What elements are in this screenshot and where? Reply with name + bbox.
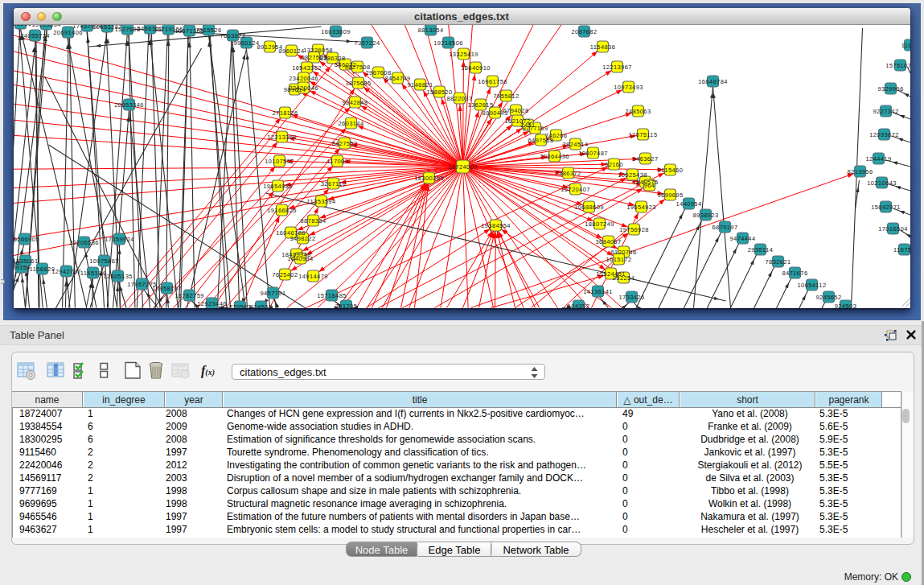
svg-text:23420046: 23420046	[289, 75, 318, 82]
svg-text:8471676: 8471676	[782, 270, 807, 277]
svg-text:13325419: 13325419	[449, 51, 478, 58]
svg-text:11171: 11171	[901, 42, 910, 49]
svg-text:8213956: 8213956	[847, 168, 873, 175]
svg-text:12213369: 12213369	[267, 134, 297, 141]
svg-text:1440954: 1440954	[676, 200, 701, 208]
svg-text:9242848: 9242848	[342, 99, 368, 106]
svg-text:741205: 741205	[335, 303, 356, 308]
svg-text:9245652: 9245652	[815, 294, 841, 301]
svg-text:3875685: 3875685	[345, 80, 371, 87]
svg-text:20691406: 20691406	[53, 29, 83, 36]
svg-text:20206536: 20206536	[69, 239, 99, 246]
svg-text:12213967: 12213967	[602, 64, 632, 71]
svg-text:16782759: 16782759	[175, 292, 204, 299]
svg-text:8938923: 8938923	[692, 212, 718, 219]
svg-text:14914479: 14914479	[298, 273, 328, 280]
svg-text:10973493: 10973493	[614, 84, 643, 91]
svg-text:9146821: 9146821	[407, 81, 433, 89]
svg-text:16033809: 16033809	[321, 28, 351, 35]
svg-text:1733426: 1733426	[618, 294, 644, 301]
svg-text:19384554: 19384554	[481, 222, 511, 229]
svg-text:16543362: 16543362	[292, 64, 322, 72]
svg-text:39154: 39154	[14, 264, 31, 271]
svg-text:1640994: 1640994	[287, 255, 313, 262]
svg-text:746266: 746266	[544, 132, 566, 139]
svg-text:9960124: 9960124	[233, 39, 259, 47]
svg-text:20053346: 20053346	[114, 101, 144, 109]
svg-text:18807249: 18807249	[585, 220, 614, 228]
svg-text:10210643: 10210643	[867, 179, 897, 187]
svg-text:1145194: 1145194	[80, 270, 105, 277]
svg-text:15751074: 15751074	[885, 62, 910, 69]
svg-text:12975115: 12975115	[628, 131, 657, 138]
svg-text:f(x): f(x)	[201, 364, 215, 378]
svg-text:116753: 116753	[893, 246, 910, 253]
svg-text:19654985: 19654985	[263, 183, 293, 190]
svg-text:1615172: 1615172	[606, 256, 631, 263]
svg-text:24055724: 24055724	[20, 32, 50, 39]
svg-text:9457791: 9457791	[260, 290, 285, 297]
svg-text:1362615: 1362615	[467, 101, 493, 109]
svg-text:7955812: 7955812	[493, 93, 519, 100]
svg-text:7832621: 7832621	[765, 258, 791, 266]
svg-text:19654923: 19654923	[626, 204, 656, 211]
svg-text:17359924: 17359924	[105, 236, 134, 243]
svg-text:7485063: 7485063	[625, 108, 651, 115]
svg-text:7386372: 7386372	[555, 170, 581, 177]
svg-text:18300295: 18300295	[414, 175, 444, 182]
svg-text:9115460: 9115460	[657, 167, 682, 174]
svg-text:16648784: 16648784	[698, 78, 728, 85]
svg-text:12505135: 12505135	[103, 273, 133, 280]
svg-text:964: 964	[643, 182, 655, 189]
svg-text:26266905: 26266905	[14, 236, 39, 243]
svg-text:16961758: 16961758	[478, 78, 507, 85]
svg-text:7625402: 7625402	[272, 271, 298, 278]
svg-text:10654112: 10654112	[797, 282, 826, 289]
svg-text:15692971: 15692971	[871, 204, 901, 211]
svg-text:9699695: 9699695	[657, 192, 683, 199]
svg-text:3824514: 3824514	[562, 141, 588, 148]
svg-text:9227342: 9227342	[873, 108, 898, 115]
svg-text:2718126: 2718126	[272, 109, 298, 117]
svg-text:8427552: 8427552	[331, 140, 357, 147]
svg-text:870563: 870563	[228, 303, 250, 308]
svg-text:7357224: 7357224	[354, 39, 380, 47]
svg-text:11353594: 11353594	[306, 198, 335, 205]
svg-text:15720407: 15720407	[561, 186, 590, 193]
svg-text:10807487: 10807487	[578, 150, 608, 157]
svg-text:7515526: 7515526	[195, 27, 221, 34]
svg-text:104352: 104352	[567, 303, 589, 308]
svg-text:3684067: 3684067	[595, 238, 621, 245]
svg-text:252254: 252254	[612, 274, 634, 282]
svg-text:7663822: 7663822	[220, 32, 245, 39]
svg-text:9463627: 9463627	[632, 155, 658, 163]
svg-text:10958167: 10958167	[152, 285, 182, 292]
svg-text:2603144: 2603144	[338, 120, 363, 127]
svg-text:12093872: 12093872	[869, 131, 899, 138]
svg-text:1154836: 1154836	[589, 43, 614, 51]
svg-text:19166825: 19166825	[267, 207, 297, 214]
svg-text:12923446: 12923446	[197, 300, 227, 307]
svg-text:2935114: 2935114	[747, 246, 772, 253]
svg-text:18724007: 18724007	[448, 163, 478, 171]
svg-text:8878334: 8878334	[300, 217, 326, 225]
svg-text:13226058: 13226058	[303, 47, 333, 54]
svg-text:16640910: 16640910	[461, 64, 491, 72]
svg-text:20364436: 20364436	[540, 153, 569, 160]
svg-text:3267110: 3267110	[320, 180, 345, 187]
svg-text:6794028: 6794028	[503, 107, 528, 114]
svg-text:10025438: 10025438	[618, 171, 647, 179]
svg-text:6120746: 6120746	[610, 249, 636, 256]
svg-text:19218506: 19218506	[433, 39, 463, 47]
svg-text:10975867: 10975867	[89, 257, 119, 265]
svg-text:924503: 924503	[834, 303, 856, 308]
svg-text:9329966: 9329966	[877, 85, 903, 93]
svg-text:15718485: 15718485	[317, 292, 347, 299]
svg-text:19756928: 19756928	[619, 226, 649, 233]
svg-text:924502: 924502	[249, 303, 271, 308]
svg-text:10688609: 10688609	[574, 204, 604, 211]
svg-text:6879197: 6879197	[712, 224, 737, 231]
svg-text:9474444: 9474444	[729, 235, 755, 242]
svg-text:22420046: 22420046	[289, 84, 318, 92]
svg-text:14136141: 14136141	[583, 288, 613, 295]
